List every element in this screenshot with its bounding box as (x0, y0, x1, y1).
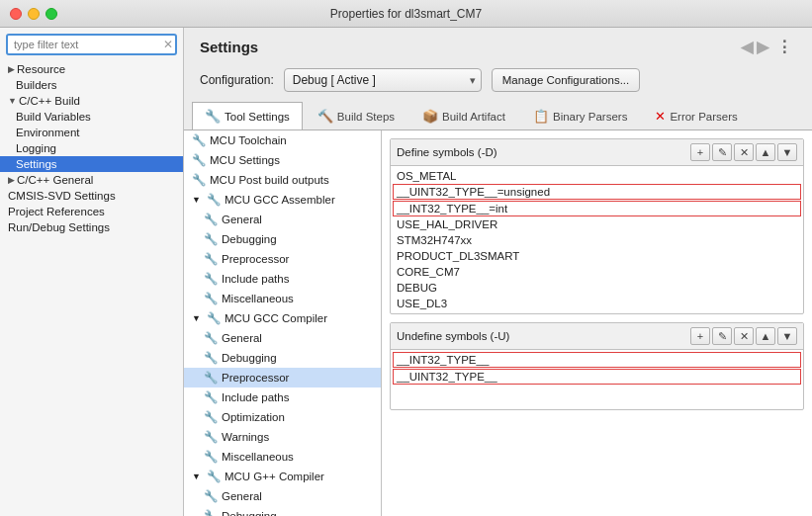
manage-configurations-button[interactable]: Manage Configurations... (492, 68, 641, 92)
tool-tree-item-debugging-gcc[interactable]: 🔧 Debugging (184, 348, 381, 368)
arrow-icon: ▶ (8, 64, 15, 74)
tool-tree-item-debugging-gpp[interactable]: 🔧 Debugging (184, 506, 381, 516)
minimize-button[interactable] (28, 8, 40, 20)
tool-tree-item-mcu-gcc-compiler[interactable]: ▼ 🔧 MCU GCC Compiler (184, 308, 381, 328)
sidebar-item-rundebug[interactable]: Run/Debug Settings (0, 219, 183, 235)
sidebar-item-environment[interactable]: Environment (0, 125, 183, 140)
define-up-button[interactable]: ▲ (756, 143, 775, 161)
sym-debug[interactable]: DEBUG (393, 280, 801, 296)
tool-tree-item-preprocessor-gcc[interactable]: 🔧 Preprocessor (184, 368, 381, 387)
sym-int32-type[interactable]: __INT32_TYPE__=int (393, 201, 801, 216)
tool-icon: 🔧 (204, 390, 218, 404)
tab-build-steps[interactable]: 🔨 Build Steps (305, 102, 407, 129)
undef-int32-type[interactable]: __INT32_TYPE__ (393, 352, 801, 368)
tool-tree-item-preprocessor-asm[interactable]: 🔧 Preprocessor (184, 249, 381, 269)
sidebar-item-cpp-build[interactable]: ▼ C/C++ Build (0, 93, 183, 109)
tool-icon: 🔧 (204, 252, 218, 266)
tool-tree-item-misc-asm[interactable]: 🔧 Miscellaneous (184, 289, 381, 308)
sidebar-item-builders[interactable]: Builders (0, 77, 183, 93)
sidebar-item-project-refs[interactable]: Project References (0, 204, 183, 219)
arrow-icon: ▶ (8, 175, 15, 185)
nav-back-icon[interactable]: ◀ (741, 38, 753, 56)
sidebar-item-build-vars[interactable]: Build Variables (0, 109, 183, 125)
tool-icon: 🔧 (192, 153, 206, 167)
undefine-symbols-list: __INT32_TYPE__ __UINT32_TYPE__ (391, 350, 803, 409)
sym-product-dl3smart[interactable]: PRODUCT_DL3SMART (393, 248, 801, 264)
settings-header: Settings ◀ ▶ ⋮ (184, 28, 812, 62)
tool-tree-item-mcu-post-build[interactable]: 🔧 MCU Post build outputs (184, 170, 381, 190)
tab-binary-parsers[interactable]: 📋 Binary Parsers (520, 102, 640, 129)
undef-uint32-type[interactable]: __UINT32_TYPE__ (393, 369, 801, 385)
arrow-icon: ▼ (8, 96, 17, 106)
define-symbols-section: Define symbols (-D) + ✎ ✕ ▲ ▼ OS_METAL _… (390, 138, 804, 314)
define-delete-button[interactable]: ✕ (734, 143, 754, 161)
tool-tree-item-include-paths-asm[interactable]: 🔧 Include paths (184, 269, 381, 289)
close-button[interactable] (10, 8, 22, 20)
tool-icon: 🔧 (204, 410, 218, 424)
tool-tree-item-mcu-settings[interactable]: 🔧 MCU Settings (184, 150, 381, 170)
sidebar-item-settings[interactable]: Settings (0, 156, 183, 172)
undef-delete-button[interactable]: ✕ (734, 327, 754, 345)
titlebar: Properties for dl3smart_CM7 (0, 0, 812, 28)
sidebar-item-logging[interactable]: Logging (0, 140, 183, 156)
tab-error-parsers[interactable]: ✕ Error Parsers (642, 102, 750, 129)
sym-use-dl3[interactable]: USE_DL3 (393, 296, 801, 311)
search-input[interactable] (6, 34, 177, 55)
search-box: ✕ (6, 34, 177, 55)
tool-tree-item-warnings-gcc[interactable]: 🔧 Warnings (184, 427, 381, 447)
tool-icon: 🔧 (192, 173, 206, 187)
define-down-button[interactable]: ▼ (777, 143, 797, 161)
tool-tree-item-general-asm[interactable]: 🔧 General (184, 210, 381, 229)
kebab-menu-icon[interactable]: ⋮ (772, 38, 796, 56)
right-panel: Define symbols (-D) + ✎ ✕ ▲ ▼ OS_METAL _… (382, 130, 812, 516)
tool-tree-item-mcu-gcc-assembler[interactable]: ▼ 🔧 MCU GCC Assembler (184, 190, 381, 210)
tool-icon: 🔧 (204, 450, 218, 464)
tool-icon: 🔧 (204, 331, 218, 345)
define-edit-button[interactable]: ✎ (712, 143, 732, 161)
header-nav: ◀ ▶ ⋮ (741, 38, 796, 56)
sym-stm32h747[interactable]: STM32H747xx (393, 232, 801, 248)
config-select-wrapper: Debug [ Active ] (284, 68, 482, 92)
undefine-symbols-toolbar: + ✎ ✕ ▲ ▼ (690, 327, 797, 345)
sidebar-item-cmsis-svd[interactable]: CMSIS-SVD Settings (0, 188, 183, 204)
sidebar-item-resource[interactable]: ▶ Resource (0, 61, 183, 77)
tool-icon: 🔧 (207, 311, 221, 325)
tool-tree-item-include-paths-gcc[interactable]: 🔧 Include paths (184, 387, 381, 407)
define-symbols-label: Define symbols (-D) (397, 146, 497, 158)
define-symbols-header: Define symbols (-D) + ✎ ✕ ▲ ▼ (391, 139, 803, 166)
tool-tree-item-general-gcc[interactable]: 🔧 General (184, 328, 381, 348)
expand-icon: ▼ (192, 195, 201, 205)
tool-icon: 🔧 (207, 470, 221, 483)
sym-uint32-type[interactable]: __UINT32_TYPE__=unsigned (393, 184, 801, 200)
sidebar-item-cpp-general[interactable]: ▶ C/C++ General (0, 172, 183, 188)
search-clear-icon[interactable]: ✕ (163, 38, 173, 51)
nav-forward-icon[interactable]: ▶ (757, 38, 768, 56)
tool-tree-item-optimization-gcc[interactable]: 🔧 Optimization (184, 407, 381, 427)
undef-add-button[interactable]: + (690, 327, 710, 345)
config-label: Configuration: (200, 73, 274, 87)
tool-tree: 🔧 MCU Toolchain 🔧 MCU Settings 🔧 MCU Pos… (184, 130, 382, 516)
undef-up-button[interactable]: ▲ (756, 327, 775, 345)
build-artifact-icon: 📦 (422, 109, 438, 124)
config-select[interactable]: Debug [ Active ] (284, 68, 482, 92)
tool-tree-item-mcu-toolchain[interactable]: 🔧 MCU Toolchain (184, 130, 381, 150)
tool-icon: 🔧 (204, 371, 218, 385)
tool-tree-item-general-gpp[interactable]: 🔧 General (184, 486, 381, 506)
tab-tool-settings[interactable]: 🔧 Tool Settings (192, 102, 303, 129)
undef-edit-button[interactable]: ✎ (712, 327, 732, 345)
tab-build-artifact[interactable]: 📦 Build Artifact (409, 102, 518, 129)
tool-tree-item-misc-gcc[interactable]: 🔧 Miscellaneous (184, 447, 381, 467)
tool-tree-item-mcu-gpp-compiler[interactable]: ▼ 🔧 MCU G++ Compiler (184, 467, 381, 486)
sym-use-hal-driver[interactable]: USE_HAL_DRIVER (393, 216, 801, 232)
config-row: Configuration: Debug [ Active ] Manage C… (184, 62, 812, 102)
sym-os-metal[interactable]: OS_METAL (393, 168, 801, 184)
tool-tree-item-debugging-asm[interactable]: 🔧 Debugging (184, 229, 381, 249)
tool-icon: 🔧 (204, 292, 218, 305)
tool-icon: 🔧 (204, 509, 218, 516)
define-add-button[interactable]: + (690, 143, 710, 161)
undef-down-button[interactable]: ▼ (777, 327, 797, 345)
tool-icon: 🔧 (207, 193, 221, 207)
settings-title: Settings (200, 39, 258, 55)
sym-core-cm7[interactable]: CORE_CM7 (393, 264, 801, 280)
maximize-button[interactable] (45, 8, 57, 20)
